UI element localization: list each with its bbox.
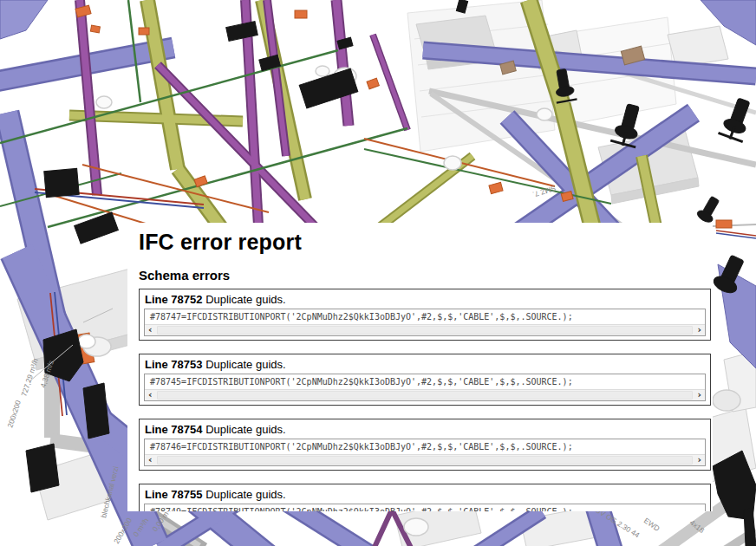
error-label: Line 78754 Duplicate guids. [145, 423, 706, 437]
error-item: Line 78755 Duplicate guids. #78749=IFCDI… [139, 484, 711, 511]
error-label: Line 78755 Duplicate guids. [145, 488, 706, 502]
error-item: Line 78753 Duplicate guids. #78745=IFCDI… [139, 354, 711, 406]
error-line-number: Line 78754 [145, 423, 203, 436]
code-box: #78745=IFCDISTRIBUTIONPORT('2CpNMuDhz2$Q… [144, 374, 706, 401]
error-message: Duplicate guids. [205, 358, 286, 371]
error-item: Line 78752 Duplicate guids. #78747=IFCDI… [139, 289, 711, 341]
scroll-right-icon[interactable]: › [697, 391, 701, 400]
error-message: Duplicate guids. [205, 423, 286, 436]
scroll-left-icon[interactable]: ‹ [148, 456, 153, 465]
error-line-number: Line 78753 [145, 358, 203, 371]
ifc-code-line: #78746=IFCDISTRIBUTIONPORT('2CpNMuDhz2$Q… [145, 439, 705, 454]
svg-text:727,29 m³/h: 727,29 m³/h [19, 357, 40, 397]
scroll-right-icon[interactable]: › [697, 456, 701, 465]
error-message: Duplicate guids. [205, 488, 286, 501]
svg-text:200x200: 200x200 [5, 399, 23, 428]
error-item: Line 78754 Duplicate guids. #78746=IFCDI… [139, 419, 711, 471]
code-box: #78747=IFCDISTRIBUTIONPORT('2CpNMuDhz2$Q… [144, 309, 706, 336]
scrollbar-thumb[interactable] [157, 326, 694, 335]
svg-text:EWD: EWD [642, 516, 662, 533]
error-line-number: Line 78752 [145, 293, 203, 306]
scroll-right-icon[interactable]: › [697, 326, 701, 335]
error-report-panel: IFC error report Schema errors Line 7875… [127, 223, 713, 511]
error-line-number: Line 78755 [145, 488, 203, 501]
ifc-code-line: #78749=IFCDISTRIBUTIONPORT('2CpNMuDhz2$Q… [145, 504, 705, 511]
error-label: Line 78753 Duplicate guids. [145, 358, 706, 372]
scroll-left-icon[interactable]: ‹ [148, 391, 153, 400]
error-label: Line 78752 Duplicate guids. [145, 293, 706, 307]
horizontal-scrollbar[interactable]: ‹ › [145, 454, 705, 465]
code-box: #78746=IFCDISTRIBUTIONPORT('2CpNMuDhz2$Q… [144, 439, 706, 466]
ifc-code-line: #78745=IFCDISTRIBUTIONPORT('2CpNMuDhz2$Q… [145, 374, 705, 389]
section-heading: Schema errors [139, 268, 711, 283]
app-window: 727,29 m³/h 4,38 m/s 200x200 blechkanal … [0, 0, 756, 546]
ifc-code-line: #78747=IFCDISTRIBUTIONPORT('2CpNMuDhz2$Q… [145, 309, 705, 324]
scrollbar-thumb[interactable] [157, 391, 694, 400]
scrollbar-thumb[interactable] [157, 456, 694, 465]
page-title: IFC error report [139, 230, 711, 254]
horizontal-scrollbar[interactable]: ‹ › [145, 324, 705, 335]
horizontal-scrollbar[interactable]: ‹ › [145, 389, 705, 400]
scroll-left-icon[interactable]: ‹ [148, 326, 153, 335]
code-box: #78749=IFCDISTRIBUTIONPORT('2CpNMuDhz2$Q… [144, 504, 706, 511]
error-message: Duplicate guids. [205, 293, 286, 306]
